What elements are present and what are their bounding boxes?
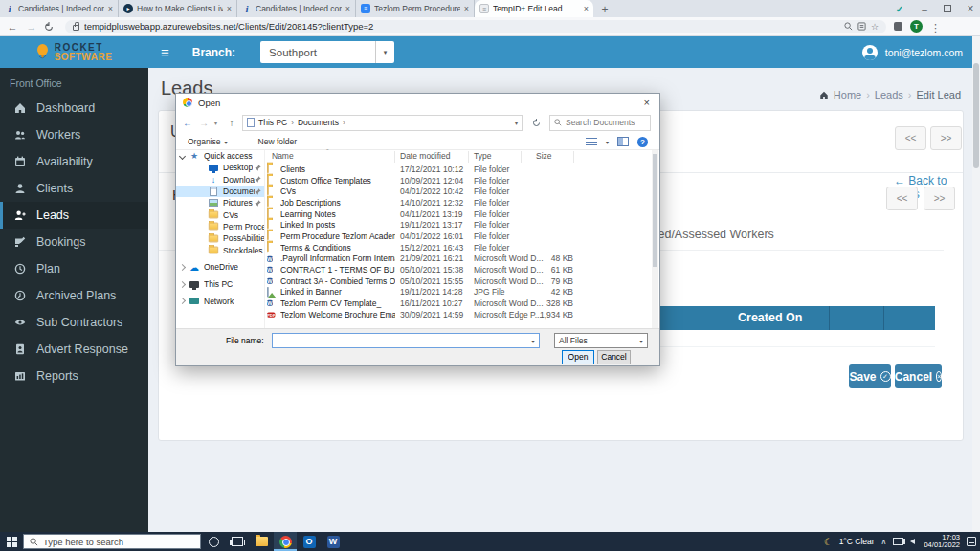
start-button[interactable] [0,532,23,551]
forward-button[interactable] [25,21,38,33]
column-name[interactable]: Name [272,151,395,163]
sidebar-item-archived-plans[interactable]: Archived Plans [0,282,148,309]
save-button[interactable]: Save✓ [849,364,891,388]
help-icon[interactable] [637,137,648,147]
file-row-custom-office-templates[interactable]: Custom Office Templates 10/09/2021 12:04… [267,175,654,187]
browser-tab-candidates-indeed-com[interactable]: Candidates | Indeed.com × [237,0,356,17]
reading-mode-icon[interactable] [858,22,866,31]
action-center-icon[interactable] [967,537,976,546]
nav-back-icon[interactable] [182,118,193,128]
refresh-icon[interactable] [527,115,545,131]
column-type[interactable]: Type [474,151,522,163]
path-segment-this-pc[interactable]: This PC [258,118,287,127]
organise-caret[interactable] [225,139,228,145]
tree-item-pictures[interactable]: Pictures [176,197,264,209]
file-name-combo[interactable] [272,333,540,348]
file-row-contract-1-terms-of-business-f[interactable]: CONTRACT 1 - TERMS OF BUSINESS FOR ... 0… [267,264,654,276]
view-mode-caret[interactable] [606,139,609,145]
file-row-terms-conditions[interactable]: Terms & Conditions 15/12/2021 16:43 File… [267,242,654,253]
sidebar-item-plan[interactable]: Plan [0,255,148,282]
sidebar-item-availability[interactable]: Availability [0,148,148,175]
profile-avatar[interactable]: T [910,20,923,33]
tree-item-possabilities[interactable]: PossAbilities [176,232,264,244]
dialog-close-icon[interactable] [641,97,653,108]
cancel-button[interactable]: Cancel× [895,364,942,388]
close-window-button[interactable] [965,2,976,15]
next-site-button[interactable]: >> [924,187,955,210]
dialog-titlebar[interactable]: Open [176,94,659,111]
tree-item-downloads[interactable]: Downloads [176,174,264,186]
user-area[interactable]: toni@tezlom.com [862,45,963,60]
tab-close-icon[interactable]: × [108,4,113,13]
tree-item-desktop[interactable]: Desktop [176,162,264,173]
task-view-button[interactable] [226,532,249,551]
nav-up-icon[interactable] [226,118,237,128]
next-lead-button[interactable]: >> [930,126,962,150]
address-breadcrumb[interactable]: This PCDocuments [242,115,523,131]
chrome-taskbar-button[interactable] [274,532,297,551]
chevron-right-icon[interactable] [291,119,294,127]
sidebar-item-clients[interactable]: Clients [0,175,148,202]
maximize-button[interactable] [944,5,951,12]
file-name-caret[interactable] [527,338,539,344]
new-tab-button[interactable] [597,2,612,17]
weather-moon-icon[interactable] [824,537,833,547]
column-date-modified[interactable]: Date modified [400,151,469,163]
sidebar-item-advert-response[interactable]: Advert Response [0,336,148,363]
tree-chevron-icon[interactable] [180,282,189,287]
column-size[interactable]: Size [536,151,574,163]
file-row-perm-procedure-tezlom-academy[interactable]: Perm Procedure Tezlom Academy 04/01/2022… [267,231,654,242]
browser-tab-how-to-make-clients-live[interactable]: How to Make Clients Live on Te × [119,0,237,17]
file-row-job-descriptions[interactable]: Job Descriptions 14/10/2021 12:32 File f… [267,197,654,209]
sidebar-item-reports[interactable]: Reports [0,363,148,389]
word-taskbar-button[interactable]: W [322,532,345,551]
file-explorer-button[interactable] [250,532,273,551]
file-type-select[interactable]: All Files [554,333,648,348]
outlook-taskbar-button[interactable]: O [298,532,321,551]
file-row-contract-3a-combied-terms-of-b[interactable]: Contract 3A - Combied Terms Of Busines..… [267,276,654,287]
reload-button[interactable] [44,22,57,32]
tree-item-perm-procedure-tez[interactable]: Perm Procedure Tez [176,221,264,232]
browser-tab-tezlom-perm-procedure-go[interactable]: Tezlom Perm Procedure - Googl × [356,0,475,17]
tray-expand-icon[interactable] [881,538,887,546]
breadcrumb-caret[interactable] [515,120,518,126]
breadcrumb-leads[interactable]: Leads [875,89,903,100]
sidebar-item-sub-contractors[interactable]: Sub Contractors [0,309,148,336]
file-row-clients[interactable]: Clients 17/12/2021 10:12 File folder [267,164,654,175]
chevron-right-icon[interactable] [343,119,345,127]
browser-menu-icon[interactable] [923,18,941,35]
prev-site-button[interactable]: << [886,187,918,210]
cortana-button[interactable] [202,532,225,551]
prev-lead-button[interactable]: << [895,126,926,150]
zoom-icon[interactable] [844,22,853,31]
preview-pane-icon[interactable] [617,137,629,146]
taskbar-search[interactable]: Type here to search [23,534,201,549]
file-row-linked-in-posts[interactable]: Linked In posts 19/11/2021 13:17 File fo… [267,219,654,231]
branch-select-caret[interactable] [375,41,394,63]
tab-close-icon[interactable]: × [345,4,350,13]
minimize-button[interactable] [919,4,930,14]
tree-chevron-icon[interactable] [180,154,189,159]
extensions-icon[interactable] [894,22,902,31]
branch-select[interactable]: Southport [260,41,375,63]
tree-chevron-icon[interactable] [180,298,189,303]
file-list-scrollbar[interactable] [652,150,658,330]
tree-item-quick-access[interactable]: Quick access [176,150,264,162]
weather-text[interactable]: 1°C Clear [839,537,875,546]
tab-close-icon[interactable]: × [584,4,589,13]
tab-close-icon[interactable]: × [464,4,469,13]
tree-item-network[interactable]: Network [176,296,264,307]
browser-tab-candidates-indeed-com[interactable]: Candidates | Indeed.com × [0,0,119,17]
browser-tab-tempid-edit-lead[interactable]: TempID+ Edit Lead × [475,0,593,17]
open-button[interactable]: Open [562,350,594,364]
hamburger-menu-icon[interactable] [161,44,169,60]
tree-item-cvs[interactable]: CVs [176,209,264,220]
tree-chevron-icon[interactable] [180,265,189,270]
file-row-tezlom-perm-cv-template[interactable]: Tezlom Perm CV Template_ 16/11/2021 10:2… [267,298,654,309]
nav-history-caret[interactable] [214,120,221,126]
tree-item-documents[interactable]: Documents [176,186,264,197]
sidebar-item-workers[interactable]: Workers [0,121,148,148]
sidebar-item-bookings[interactable]: Bookings [0,229,148,255]
breadcrumb-home[interactable]: Home [834,89,861,100]
tree-item-this-pc[interactable]: This PC [176,278,264,290]
